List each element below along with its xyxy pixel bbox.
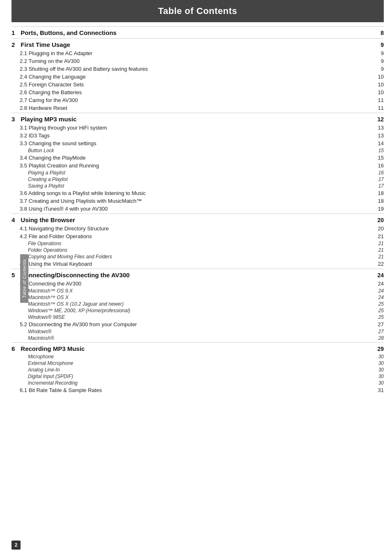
toc-chapter-header: 5Connecting/Disconnecting the AV30024 — [12, 269, 384, 280]
sub-entry-title: Windows® — [28, 329, 51, 334]
toc-entry: 3.3 Changing the sound settings14 — [12, 139, 384, 147]
chapter-page: 8 — [371, 30, 384, 36]
toc-chapter-header: 2First Time Usage9 — [12, 38, 384, 49]
toc-sub-entry: Windows™ ME, 2000, XP (Home/professional… — [12, 307, 384, 314]
toc-sub-entry: Macintosh™ OS 9.X24 — [12, 288, 384, 294]
sub-entry-page: 24 — [371, 288, 384, 294]
toc-entry: 2.2 Turning on the AV3009 — [12, 57, 384, 65]
toc-chapter-section: 6Recording MP3 Music29Microphone30Extern… — [12, 342, 384, 394]
toc-entry: 3.5 Playlist Creation and Running16 — [12, 162, 384, 169]
sub-entry-page: 21 — [371, 247, 384, 253]
sub-entry-page: 17 — [371, 183, 384, 189]
sub-entry-page: 21 — [371, 254, 384, 260]
entry-title: 2.8 Hardware Reset — [20, 105, 67, 111]
entry-page: 14 — [371, 140, 384, 146]
entry-page: 9 — [371, 58, 384, 64]
toc-chapter-section: 3Playing MP3 music123.1 Playing through … — [12, 113, 384, 213]
chapter-number: 6 — [12, 345, 15, 352]
entry-title: 2.2 Turning on the AV300 — [20, 58, 80, 64]
toc-sub-entry: File Operations21 — [12, 240, 384, 247]
toc-sub-entry: Folder Operations21 — [12, 247, 384, 253]
toc-sub-entry: Digital Input (SPDIF)30 — [12, 373, 384, 380]
entry-page: 19 — [371, 206, 384, 212]
sidebar-tab: Table of Contents — [20, 254, 28, 303]
entry-page: 15 — [371, 155, 384, 161]
chapter-title: First Time Usage — [21, 41, 70, 48]
toc-chapter-section: 5Connecting/Disconnecting the AV300245.1… — [12, 269, 384, 341]
entry-title: 5.2 Disconnecting the AV300 from your Co… — [20, 321, 137, 327]
chapter-number: 1 — [12, 29, 15, 36]
entry-title: 3.7 Creating and Using Playlists with Mu… — [20, 198, 142, 204]
entry-page: 9 — [371, 66, 384, 72]
entry-title: 3.1 Playing through your HiFi system — [20, 125, 107, 131]
entry-title: 2.5 Foreign Character Sets — [20, 81, 84, 88]
toc-entry: 2.1 Plugging in the AC Adapter9 — [12, 49, 384, 57]
toc-entry: 2.5 Foreign Character Sets10 — [12, 81, 384, 88]
sub-entry-page: 21 — [371, 241, 384, 246]
entry-title: 2.6 Charging the Batteries — [20, 89, 82, 95]
entry-page: 22 — [371, 261, 384, 267]
toc-sub-entry: Playing a Playlist16 — [12, 169, 384, 176]
chapter-number: 4 — [12, 216, 15, 223]
entry-page: 24 — [371, 281, 384, 287]
chapter-title: Using the Browser — [21, 216, 75, 223]
toc-sub-entry: Macintosh®28 — [12, 335, 384, 341]
toc-sub-entry: External Microphone30 — [12, 360, 384, 367]
toc-entry: 3.7 Creating and Using Playlists with Mu… — [12, 197, 384, 205]
sub-entry-title: Copying and Moving Files and Folders — [28, 254, 112, 260]
entry-page: 27 — [371, 321, 384, 327]
toc-chapter-header: 6Recording MP3 Music29 — [12, 342, 384, 353]
chapter-number: 5 — [12, 272, 15, 278]
toc-entry: 3.8 Using iTunes® 4 with your AV30019 — [12, 205, 384, 213]
chapter-title: Recording MP3 Music — [21, 345, 85, 352]
sub-entry-title: Windows™ ME, 2000, XP (Home/professional… — [28, 308, 130, 313]
entry-title: 2.1 Plugging in the AC Adapter — [20, 50, 92, 56]
entry-page: 10 — [371, 74, 384, 80]
sub-entry-title: Creating a Playlist — [28, 176, 68, 182]
sub-entry-page: 15 — [371, 148, 384, 153]
toc-entry: 4.1 Navigating the Directory Structure20 — [12, 225, 384, 232]
toc-sub-entry: Copying and Moving Files and Folders21 — [12, 253, 384, 260]
toc-sub-entry: Creating a Playlist17 — [12, 176, 384, 183]
entry-title: 2.3 Shutting off the AV300 and Battery s… — [20, 66, 148, 72]
toc-entry: 3.2 ID3 Tags13 — [12, 132, 384, 139]
sub-entry-page: 30 — [371, 367, 384, 373]
entry-title: 3.3 Changing the sound settings — [20, 140, 96, 146]
entry-page: 10 — [371, 81, 384, 88]
toc-entry: 2.4 Changing the Language10 — [12, 73, 384, 81]
sub-entry-page: 30 — [371, 374, 384, 379]
chapter-page: 24 — [371, 272, 384, 278]
toc-chapter-header: 3Playing MP3 music12 — [12, 113, 384, 124]
toc-chapter-section: 4Using the Browser204.1 Navigating the D… — [12, 214, 384, 268]
entry-page: 20 — [371, 225, 384, 232]
sub-entry-page: 30 — [371, 354, 384, 360]
sub-entry-title: Playing a Playlist — [28, 170, 65, 176]
sub-entry-title: Button Lock — [28, 148, 54, 153]
chapter-title: Connecting/Disconnecting the AV300 — [21, 272, 129, 278]
toc-entry: 3.4 Changing the PlayMode15 — [12, 154, 384, 162]
sub-entry-page: 16 — [371, 170, 384, 176]
entry-page: 13 — [371, 132, 384, 139]
toc-sub-entry: Microphone30 — [12, 353, 384, 360]
toc-entry: 2.6 Charging the Batteries10 — [12, 88, 384, 96]
entry-title: 3.6 Adding songs to a Playlist while lis… — [20, 190, 145, 196]
entry-title: 5.1 Connecting the AV300 — [20, 281, 81, 287]
toc-chapter-header: 4Using the Browser20 — [12, 214, 384, 225]
sub-entry-page: 25 — [371, 301, 384, 307]
sub-entry-title: Macintosh® — [28, 335, 54, 341]
toc-entry: 3.6 Adding songs to a Playlist while lis… — [12, 189, 384, 197]
entry-page: 13 — [371, 125, 384, 131]
toc-sub-entry: Analog Line-In30 — [12, 367, 384, 373]
toc-entry: 5.2 Disconnecting the AV300 from your Co… — [12, 320, 384, 328]
sub-entry-title: Digital Input (SPDIF) — [28, 374, 73, 379]
toc-sub-entry: Macintosh™ OS X24 — [12, 294, 384, 301]
sub-entry-title: Microphone — [28, 354, 54, 360]
toc-entry: 2.7 Caring for the AV30011 — [12, 96, 384, 104]
entry-title: 6.1 Bit Rate Table & Sample Rates — [20, 387, 102, 393]
entry-page: 10 — [371, 89, 384, 95]
sub-entry-page: 25 — [371, 314, 384, 320]
sub-entry-page: 25 — [371, 308, 384, 313]
chapter-title: Playing MP3 music — [21, 116, 76, 123]
entry-page: 31 — [371, 387, 384, 393]
toc-entry: 4.2 File and Folder Operations21 — [12, 232, 384, 240]
